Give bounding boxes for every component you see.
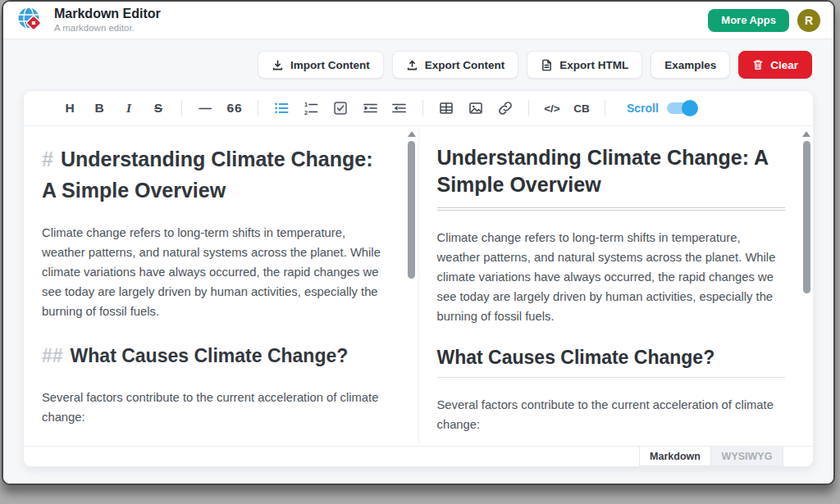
app-header: Markdown Editor A markdown editor. More … [3, 2, 833, 39]
svg-text:1: 1 [304, 101, 308, 108]
scroll-up-arrow-icon[interactable] [408, 131, 416, 137]
indent-button[interactable] [359, 98, 381, 119]
tab-markdown[interactable]: Markdown [639, 447, 711, 466]
source-paragraph: Several factors contribute to the curren… [42, 388, 390, 428]
toolbar-divider [258, 100, 258, 116]
table-icon [439, 101, 454, 116]
blockquote-button[interactable]: 66 [224, 98, 245, 119]
scroll-toggle[interactable]: Scroll [627, 102, 696, 115]
task-list-button[interactable] [330, 98, 351, 119]
bold-button[interactable]: B [89, 98, 110, 119]
preview-pane[interactable]: Understanding Climate Change: A Simple O… [418, 126, 814, 446]
import-content-label: Import Content [290, 59, 370, 71]
toolbar-divider [422, 100, 423, 116]
toolbar-divider [605, 100, 605, 116]
tab-wysiwyg[interactable]: WYSIWYG [711, 447, 783, 466]
trash-icon [752, 59, 764, 70]
export-html-label: Export HTML [559, 59, 628, 71]
scroll-switch-knob [682, 100, 698, 116]
export-content-label: Export Content [425, 59, 505, 71]
export-html-button[interactable]: Export HTML [527, 51, 642, 79]
horizontal-rule-button[interactable]: — [194, 98, 216, 119]
preview-scrollbar-thumb[interactable] [803, 141, 810, 293]
checkbox-icon [333, 101, 348, 116]
main-content: Import Content Export Content Export [3, 39, 833, 484]
avatar[interactable]: R [797, 9, 820, 32]
heading-button[interactable]: H [59, 98, 80, 119]
bullet-list-icon [274, 101, 289, 116]
bullet-list-button[interactable] [271, 98, 292, 119]
source-paragraph: Climate change refers to long-term shift… [42, 224, 390, 322]
document-icon [541, 59, 553, 71]
preview-scrollbar[interactable] [801, 129, 811, 441]
image-button[interactable] [465, 98, 486, 119]
link-button[interactable] [495, 98, 516, 119]
editor-panes: #Understanding Climate Change: A Simple … [24, 126, 813, 446]
source-h2: ##What Causes Climate Change? [42, 345, 390, 367]
export-content-button[interactable]: Export Content [392, 51, 519, 79]
editor-footer: Markdown WYSIWYG [24, 446, 813, 466]
upload-icon [406, 59, 418, 71]
preview-h2: What Causes Climate Change? [437, 347, 786, 378]
markdown-source-pane[interactable]: #Understanding Climate Change: A Simple … [24, 126, 418, 446]
toolbar-divider [528, 100, 529, 116]
outdent-icon [392, 101, 407, 116]
examples-button[interactable]: Examples [651, 51, 730, 79]
page-title: Markdown Editor [54, 6, 161, 22]
outdent-button[interactable] [389, 98, 410, 119]
app-window: Markdown Editor A markdown editor. More … [2, 0, 835, 485]
page-subtitle: A markdown editor. [54, 22, 161, 34]
strikethrough-button[interactable]: S [148, 98, 169, 119]
toolbar-divider [181, 100, 182, 116]
import-content-button[interactable]: Import Content [258, 51, 384, 79]
clear-label: Clear [770, 59, 798, 71]
italic-button[interactable]: I [118, 98, 139, 119]
code-block-button[interactable]: CB [571, 98, 592, 119]
scroll-switch[interactable] [667, 102, 696, 114]
examples-label: Examples [664, 59, 716, 71]
more-apps-button[interactable]: More Apps [708, 9, 789, 32]
image-icon [468, 101, 483, 116]
source-scrollbar-thumb[interactable] [408, 141, 415, 279]
svg-text:2: 2 [304, 109, 308, 116]
app-titles: Markdown Editor A markdown editor. [54, 6, 161, 34]
source-h1: #Understanding Climate Change: A Simple … [42, 144, 390, 206]
indent-icon [363, 101, 377, 116]
scroll-label: Scroll [627, 102, 659, 115]
preview-paragraph: Climate change refers to long-term shift… [437, 229, 786, 327]
app-logo-icon [16, 6, 46, 35]
ordered-list-icon: 1 2 [304, 101, 318, 116]
formatting-toolbar: H B I S — 66 [24, 91, 813, 126]
inline-code-button[interactable]: </> [541, 98, 563, 119]
h2-marker: ## [42, 345, 63, 366]
scroll-up-arrow-icon[interactable] [802, 131, 810, 137]
link-icon [498, 101, 513, 116]
source-scrollbar[interactable] [407, 129, 417, 441]
preview-h1: Understanding Climate Change: A Simple O… [437, 144, 786, 211]
editor-card: H B I S — 66 [23, 90, 814, 467]
h1-marker: # [42, 148, 53, 170]
ordered-list-button[interactable]: 1 2 [300, 98, 322, 119]
preview-paragraph: Several factors contribute to the curren… [437, 396, 786, 435]
download-icon [272, 59, 284, 71]
clear-button[interactable]: Clear [738, 51, 812, 79]
actions-row: Import Content Export Content Export [3, 39, 833, 79]
table-button[interactable] [436, 98, 457, 119]
